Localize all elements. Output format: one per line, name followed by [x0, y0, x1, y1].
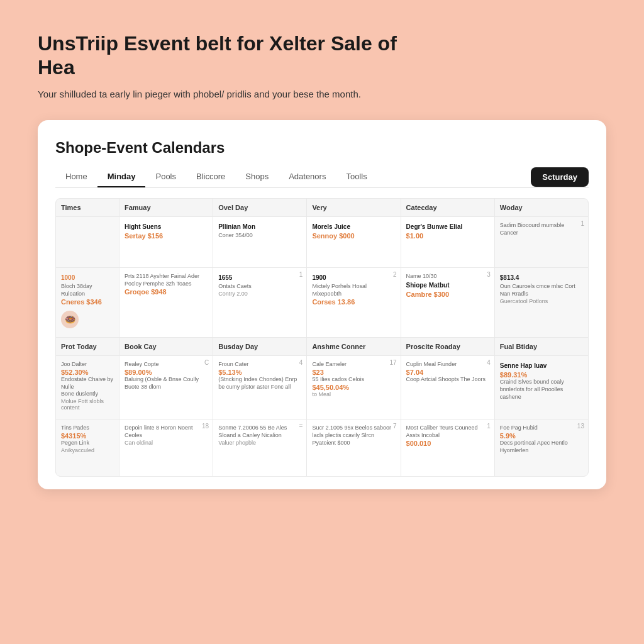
tab-pools[interactable]: Pools — [145, 167, 186, 187]
col-header-woday: Woday — [495, 199, 588, 216]
tab-adatenors[interactable]: Adatenors — [279, 167, 336, 187]
subrow-header-book: Book Cay — [119, 338, 213, 355]
tab-minday[interactable]: Minday — [97, 167, 146, 187]
calendar-card: Shope-Event Calendars Home Minday Pools … — [38, 120, 606, 489]
table-row: 13 Foe Pag Hubid 5.9% Decs portincal Ape… — [495, 419, 588, 476]
tab-bliccore[interactable]: Bliccore — [186, 167, 235, 187]
subrow-header-fual: Fual Btiday — [495, 338, 588, 355]
col-header-times: Times — [56, 199, 119, 216]
donut-icon: 🍩 — [61, 311, 79, 328]
page-title: UnsTriip Esvent belt for Xelter Sale of … — [38, 31, 415, 80]
table-row: 18 Depoin linte 8 Horon Noent Ceoles Can… — [119, 419, 213, 476]
table-row: 4 Froun Cater $5.13% (Stncking Indes Cho… — [213, 356, 306, 419]
table-row: Morels Juice Sennoy $000 — [307, 217, 400, 267]
col-header-catecday: Catecday — [401, 199, 494, 216]
table-row: = Sonme 7.20006 55 Be Ales Sloand a Canl… — [213, 419, 306, 476]
table-row: Pllinian Mon Coner 354/00 — [213, 217, 306, 267]
subrow-header-prot: Prot Today — [56, 338, 119, 355]
subrow-header-busday: Busday Day — [213, 338, 306, 355]
col-header-ovelday: Ovel Day — [213, 199, 306, 216]
page-background: UnsTriip Esvent belt for Xelter Sale of … — [0, 0, 644, 644]
table-row: 17 Cale Eameler $23 55 Ilies cados Celoi… — [307, 356, 400, 419]
table-row: Joo Dalter $52.30% Endostate Chaive by N… — [56, 356, 119, 419]
table-row: $813.4 Oun Cauroels cmce mlsc Cort Nan R… — [495, 268, 588, 337]
table-row: 1 Most Caliber Teurs Couneed Assts Incob… — [401, 419, 494, 476]
table-row: Hight Suens Sertay $156 — [119, 217, 213, 267]
tab-toolls[interactable]: Toolls — [336, 167, 377, 187]
table-row: 1 1655 Ontats Caets Contry 2.00 — [213, 268, 306, 337]
table-row: Senne Hap Iuav $89.31% Craind Slves boun… — [495, 356, 588, 419]
table-row: C Realey Copte $89.00% Baluing (Osble & … — [119, 356, 213, 419]
page-subtitle: Your shilluded ta early lin pieger with … — [38, 87, 365, 102]
row-label-2: 1000 Bloch 38day Ruloation Cneres $346 🍩 — [56, 268, 119, 337]
table-row: 4 Cuplin Meal Fiunder $7.04 Coop Artcial… — [401, 356, 494, 419]
card-title: Shope-Event Calendars — [55, 139, 589, 157]
tab-shops[interactable]: Shops — [235, 167, 279, 187]
table-row: 1 Sadim Biocourd mumsble Cancer — [495, 217, 588, 267]
header-section: UnsTriip Esvent belt for Xelter Sale of … — [38, 31, 606, 101]
table-row: Tins Pades $4315% Pegen Link Anikyaccule… — [56, 419, 119, 476]
subrow-header-proscite: Proscite Roaday — [401, 338, 494, 355]
table-row: Prts 2118 Ayshter Fainal Ader Pocloy Pem… — [119, 268, 213, 337]
calendar-grid: Times Famuay Ovel Day Very Catecday Woda… — [55, 198, 589, 477]
nav-tabs: Home Minday Pools Bliccore Shops Adateno… — [55, 167, 589, 188]
table-row: Degr's Bunwe Elial $1.00 — [401, 217, 494, 267]
table-row: 7 Sucr 2.1005 95x Beelos saboor lacls pl… — [307, 419, 400, 476]
col-header-famuay: Famuay — [119, 199, 213, 216]
tab-home[interactable]: Home — [55, 167, 97, 187]
table-row: 3 Name 10/30 Shiope Matbut Cambre $300 — [401, 268, 494, 337]
col-header-very: Very — [307, 199, 400, 216]
table-row: 2 1900 Mictely Porhels Hosal Mixepoobth … — [307, 268, 400, 337]
row-label-1 — [56, 217, 119, 267]
saturday-button[interactable]: Scturday — [531, 167, 589, 187]
subrow-header-anshme: Anshme Conner — [307, 338, 400, 355]
